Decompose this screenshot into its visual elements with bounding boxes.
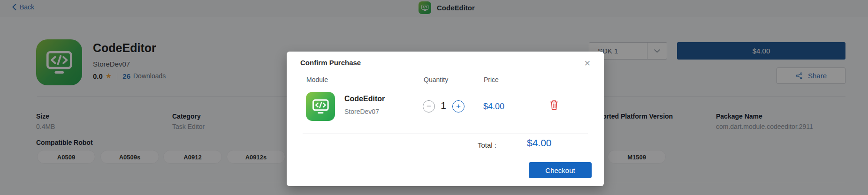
cart-item-price: $4.00 bbox=[483, 102, 504, 112]
total-label: Total : bbox=[478, 141, 496, 149]
total-value: $4.00 bbox=[527, 137, 552, 149]
column-header-price: Price bbox=[484, 76, 499, 83]
cart-item-name: CodeEditor bbox=[344, 95, 385, 103]
quantity-value: 1 bbox=[435, 100, 452, 111]
cart-item-icon bbox=[306, 92, 335, 121]
column-header-quantity: Quantity bbox=[424, 76, 448, 83]
confirm-purchase-modal: Confirm Purchase ✕ Module Quantity Price… bbox=[287, 52, 604, 186]
quantity-decrease-button[interactable]: − bbox=[423, 100, 435, 112]
module-detail-page: Back CodeEditor CodeEditor Sto bbox=[0, 0, 868, 195]
close-icon[interactable]: ✕ bbox=[584, 60, 591, 68]
column-header-module: Module bbox=[306, 76, 328, 83]
checkout-button[interactable]: Checkout bbox=[529, 162, 592, 178]
modal-title: Confirm Purchase bbox=[300, 59, 361, 67]
delete-item-button[interactable] bbox=[549, 99, 559, 111]
cart-item-developer: StoreDev07 bbox=[344, 108, 379, 115]
quantity-increase-button[interactable]: + bbox=[452, 100, 464, 112]
modal-divider bbox=[303, 134, 588, 134]
